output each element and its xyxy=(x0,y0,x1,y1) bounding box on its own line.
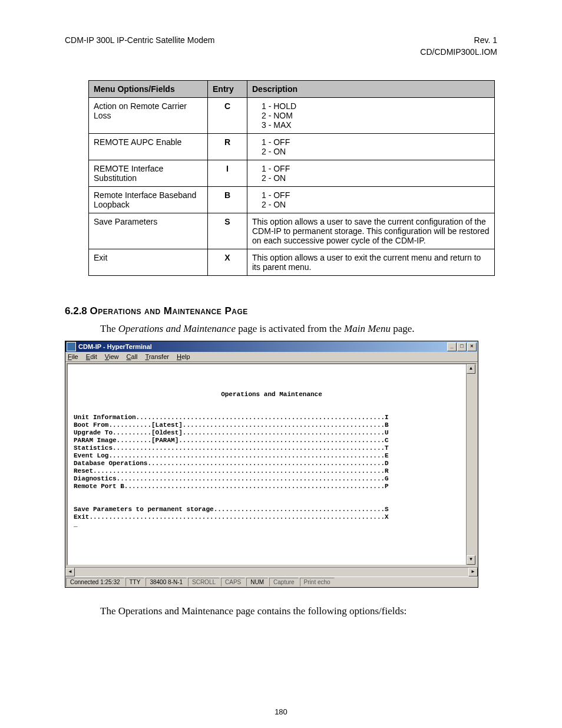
document-page: CDM-IP 300L IP-Centric Satellite Modem R… xyxy=(0,0,562,728)
cell-entry: B xyxy=(208,187,247,213)
cell-entry: I xyxy=(208,160,247,187)
cell-option: REMOTE Interface Substitution xyxy=(89,160,208,187)
cell-option: Save Parameters xyxy=(89,213,208,249)
table-row: Save Parameters S This option allows a u… xyxy=(89,213,495,249)
status-dev: TTY xyxy=(125,578,145,587)
section-heading: 6.2.8 Operations and Maintenance Page xyxy=(65,305,497,317)
section-title: Operations and Maintenance Page xyxy=(90,305,248,317)
menu-call[interactable]: Call xyxy=(127,353,138,360)
header-right2: CD/CDMIP300L.IOM xyxy=(420,47,497,57)
scroll-left-icon[interactable]: ◄ xyxy=(65,568,75,577)
vertical-scrollbar[interactable]: ▲ ▼ xyxy=(466,364,475,565)
scroll-up-icon[interactable]: ▲ xyxy=(467,364,475,374)
status-settings: 38400 8-N-1 xyxy=(146,578,187,587)
horizontal-scrollbar[interactable]: ◄ ► xyxy=(65,567,478,577)
cell-option: REMOTE AUPC Enable xyxy=(89,134,208,160)
cell-option: Remote Interface Baseband Loopback xyxy=(89,187,208,213)
page-header: CDM-IP 300L IP-Centric Satellite Modem R… xyxy=(65,35,497,45)
page-number: 180 xyxy=(0,707,562,716)
scroll-right-icon[interactable]: ► xyxy=(468,568,478,577)
cell-entry: R xyxy=(208,134,247,160)
menu-file[interactable]: File xyxy=(68,353,78,360)
status-printecho: Print echo xyxy=(300,578,335,587)
cell-entry: X xyxy=(208,249,247,276)
term-line: Event Log...............................… xyxy=(74,452,389,459)
term-line: PARAM Image.........[PARAM].............… xyxy=(74,437,389,444)
close-button[interactable]: × xyxy=(467,342,477,351)
status-bar: Connected 1:25:32 TTY 38400 8-N-1 SCROLL… xyxy=(65,577,478,587)
cell-option: Action on Remote Carrier Loss xyxy=(89,98,208,134)
menu-transfer[interactable]: Transfer xyxy=(145,353,169,360)
term-line: Exit....................................… xyxy=(74,513,389,521)
intro-paragraph: The Operations and Maintenance page is a… xyxy=(100,323,497,335)
maximize-button[interactable]: □ xyxy=(457,342,467,351)
status-scroll: SCROLL xyxy=(188,578,220,587)
table-row: REMOTE Interface Substitution I 1 - OFF … xyxy=(89,160,495,187)
term-line: Database Operations.....................… xyxy=(74,460,389,467)
page-header-2: CD/CDMIP300L.IOM xyxy=(65,47,497,57)
menubar: File Edit View Call Transfer Help xyxy=(65,352,478,362)
status-connected: Connected 1:25:32 xyxy=(66,578,124,587)
term-line: Upgrade To..........[Oldest]............… xyxy=(74,429,389,436)
status-caps: CAPS xyxy=(221,578,245,587)
cell-option: Exit xyxy=(89,249,208,276)
cell-entry: S xyxy=(208,213,247,249)
section-number: 6.2.8 xyxy=(65,305,87,317)
cell-desc: This option allows a user to exit the cu… xyxy=(247,249,495,276)
table-row: Remote Interface Baseband Loopback B 1 -… xyxy=(89,187,495,213)
header-right1: Rev. 1 xyxy=(474,35,497,45)
cell-desc: 1 - OFF 2 - ON xyxy=(247,134,495,160)
titlebar[interactable]: CDM-IP - HyperTerminal _ □ × xyxy=(65,341,478,352)
terminal-content: Operations and Maintenance Unit Informat… xyxy=(68,364,475,532)
term-line: Boot From...........[Latest]............… xyxy=(74,421,389,429)
cell-desc: 1 - HOLD 2 - NOM 3 - MAX xyxy=(247,98,495,134)
table-row: Exit X This option allows a user to exit… xyxy=(89,249,495,276)
cell-desc: This option allows a user to save the cu… xyxy=(247,213,495,249)
cell-desc: 1 - OFF 2 - ON xyxy=(247,187,495,213)
terminal-body[interactable]: Operations and Maintenance Unit Informat… xyxy=(67,363,477,566)
table-row: REMOTE AUPC Enable R 1 - OFF 2 - ON xyxy=(89,134,495,160)
footer-paragraph: The Operations and Maintenance page cont… xyxy=(100,605,497,617)
hyperterminal-window: CDM-IP - HyperTerminal _ □ × File Edit V… xyxy=(65,341,478,588)
cell-desc: 1 - OFF 2 - ON xyxy=(247,160,495,187)
menu-help[interactable]: Help xyxy=(177,353,190,360)
term-line: Remote Port B...........................… xyxy=(74,483,389,490)
window-title: CDM-IP - HyperTerminal xyxy=(78,343,447,350)
table-row: Action on Remote Carrier Loss C 1 - HOLD… xyxy=(89,98,495,134)
term-line: Save Parameters to permanent storage....… xyxy=(74,506,389,513)
th-entry: Entry xyxy=(208,81,247,98)
term-line: _ xyxy=(74,521,78,528)
term-line: Statistics..............................… xyxy=(74,444,389,452)
screen-title: Operations and Maintenance xyxy=(74,391,470,398)
term-line: Reset...................................… xyxy=(74,467,389,475)
scroll-down-icon[interactable]: ▼ xyxy=(467,555,475,565)
menu-view[interactable]: View xyxy=(105,353,119,360)
cell-entry: C xyxy=(208,98,247,134)
menu-edit[interactable]: Edit xyxy=(86,353,97,360)
term-line: Unit Information........................… xyxy=(74,414,389,421)
th-description: Description xyxy=(247,81,495,98)
term-line: Diagnostics.............................… xyxy=(74,475,389,482)
menu-options-table: Menu Options/Fields Entry Description Ac… xyxy=(88,80,495,276)
header-left: CDM-IP 300L IP-Centric Satellite Modem xyxy=(65,35,214,45)
th-option: Menu Options/Fields xyxy=(89,81,208,98)
status-num: NUM xyxy=(246,578,268,587)
status-capture: Capture xyxy=(269,578,299,587)
app-icon xyxy=(67,342,76,351)
minimize-button[interactable]: _ xyxy=(447,342,457,351)
